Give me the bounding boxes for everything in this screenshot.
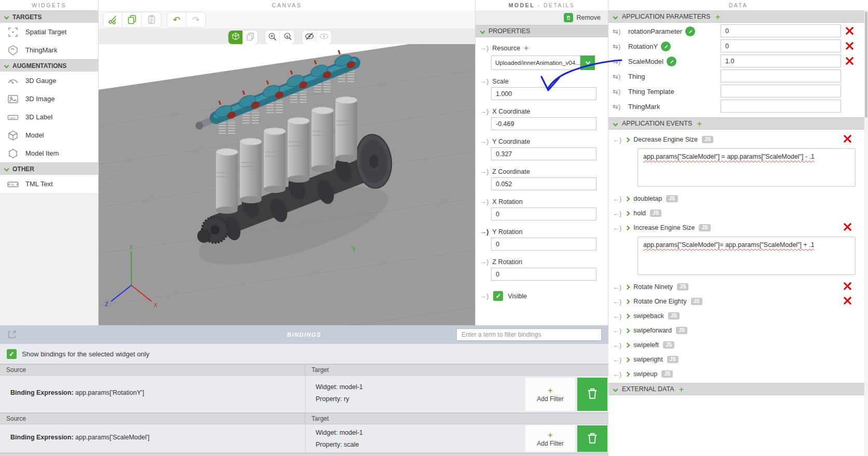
zoom-button[interactable] xyxy=(265,31,280,44)
add-filter-button[interactable]: + Add Filter xyxy=(525,378,575,411)
3d-viewport[interactable]: Y Z X xyxy=(99,44,475,325)
application-events-header[interactable]: APPLICATION EVENTS + xyxy=(608,117,868,130)
param-name[interactable]: RotationY xyxy=(628,43,658,50)
chevron-right-icon[interactable] xyxy=(625,371,630,377)
chevron-right-icon[interactable] xyxy=(625,342,630,348)
event-name[interactable]: swipeback xyxy=(633,312,663,320)
param-value-input[interactable] xyxy=(721,39,841,52)
remove-widget-button[interactable]: Remove xyxy=(476,10,608,25)
y-coordinate-input[interactable] xyxy=(491,147,596,160)
y-rotation-label-row: →) Y Rotation xyxy=(480,228,608,236)
add-event-icon[interactable]: + xyxy=(697,119,702,128)
event-name[interactable]: swiperight xyxy=(633,356,662,363)
data-panel-scrollbar[interactable] xyxy=(864,10,868,456)
x-rotation-input[interactable] xyxy=(491,208,596,220)
paste-button[interactable] xyxy=(142,12,161,27)
param-value-input[interactable] xyxy=(721,85,841,98)
param-name[interactable]: ThingMark xyxy=(628,103,660,110)
sidebar-item-model-item[interactable]: Model Item xyxy=(0,144,98,162)
binding-row-scalemodel[interactable]: Binding Expression: app.params['ScaleMod… xyxy=(0,424,608,453)
x-coordinate-input[interactable] xyxy=(491,117,596,130)
param-value-input[interactable] xyxy=(721,100,841,113)
event-name[interactable]: swipeup xyxy=(633,370,657,378)
event-name[interactable]: Increase Engine Size xyxy=(633,224,695,231)
show-button[interactable] xyxy=(317,31,331,44)
chevron-right-icon[interactable] xyxy=(625,299,630,304)
resource-dropdown-button[interactable] xyxy=(580,56,595,70)
sidebar-item-tml-text[interactable]: TML TML Text xyxy=(0,175,98,193)
delete-parameter-icon[interactable] xyxy=(845,57,854,65)
sidebar-section-augmentations[interactable]: AUGMENTATIONS xyxy=(0,59,98,72)
sidebar-section-targets[interactable]: TARGETS xyxy=(0,10,98,23)
delete-event-icon[interactable] xyxy=(843,223,852,231)
copy-button[interactable] xyxy=(123,12,142,27)
event-name[interactable]: Rotate Ninety xyxy=(633,283,673,291)
delete-binding-button[interactable] xyxy=(577,425,607,452)
delete-parameter-icon[interactable] xyxy=(845,26,854,35)
event-name[interactable]: doubletap xyxy=(633,195,662,202)
chevron-right-icon[interactable] xyxy=(625,211,630,216)
show-bindings-row: Show bindings for the selected widget on… xyxy=(0,344,608,364)
add-parameter-icon[interactable]: + xyxy=(715,12,720,21)
y-rotation-input[interactable] xyxy=(491,238,596,251)
sidebar-item-3d-image[interactable]: 3D Image xyxy=(0,90,98,108)
z-coordinate-input[interactable] xyxy=(491,177,596,190)
event-name[interactable]: swipeforward xyxy=(633,327,672,334)
event-name[interactable]: Decrease Engine Size xyxy=(633,136,698,143)
sidebar-item-3d-gauge[interactable]: 3D Gauge xyxy=(0,72,98,90)
event-name[interactable]: hold xyxy=(633,210,646,217)
sidebar-section-other[interactable]: OTHER xyxy=(0,162,98,175)
chevron-right-icon[interactable] xyxy=(625,357,630,362)
cut-button[interactable] xyxy=(103,12,123,27)
undo-button[interactable]: ↶ xyxy=(167,12,186,27)
edit-pencil-icon[interactable] xyxy=(661,42,671,51)
param-value-input[interactable] xyxy=(721,24,841,37)
event-code-editor[interactable]: app.params["ScaleModel"]= app.params["Sc… xyxy=(638,237,856,275)
event-name[interactable]: swipeleft xyxy=(633,341,659,349)
sidebar-item-3d-label[interactable]: LABEL 3D Label xyxy=(0,108,98,126)
add-filter-button[interactable]: + Add Filter xyxy=(525,425,575,452)
show-bindings-checkbox[interactable] xyxy=(7,349,17,359)
external-data-header[interactable]: EXTERNAL DATA + xyxy=(608,383,868,395)
bindings-filter-input[interactable] xyxy=(456,328,602,341)
hide-button[interactable] xyxy=(302,31,317,44)
param-name[interactable]: ScaleModel xyxy=(628,58,663,65)
visible-checkbox[interactable] xyxy=(493,291,503,301)
view-2d-button[interactable] xyxy=(243,31,257,44)
param-value-input[interactable] xyxy=(721,70,841,82)
sidebar-item-model[interactable]: Model xyxy=(0,126,98,144)
zoom-select-button[interactable] xyxy=(280,31,294,44)
event-code-editor[interactable]: app.params["ScaleModel"] = app.params["S… xyxy=(638,148,856,187)
view-3d-button[interactable] xyxy=(228,31,243,44)
binding-row-rotationy[interactable]: Binding Expression: app.params['Rotation… xyxy=(0,376,608,413)
chevron-right-icon[interactable] xyxy=(625,313,630,319)
properties-header[interactable]: PROPERTIES xyxy=(476,25,608,37)
sidebar-item-spatial-target[interactable]: Spatial Target xyxy=(0,23,98,41)
z-coordinate-label-row: →) Z Coordinate xyxy=(480,168,608,175)
redo-button[interactable]: ↷ xyxy=(186,12,206,27)
scale-input[interactable] xyxy=(491,87,596,100)
resource-value[interactable]: Uploaded/innerAnimation_v04... xyxy=(491,56,580,70)
sidebar-item-thingmark[interactable]: ThingMark xyxy=(0,41,98,59)
application-parameters-header[interactable]: APPLICATION PARAMETERS + xyxy=(608,10,868,23)
chevron-right-icon[interactable] xyxy=(625,196,630,201)
chevron-right-icon[interactable] xyxy=(625,225,630,230)
delete-event-icon[interactable] xyxy=(843,296,852,305)
delete-parameter-icon[interactable] xyxy=(845,42,854,50)
chevron-right-icon[interactable] xyxy=(625,137,630,142)
delete-event-icon[interactable] xyxy=(843,282,852,291)
add-external-data-icon[interactable]: + xyxy=(679,385,684,394)
add-resource-icon[interactable]: + xyxy=(524,44,529,52)
z-rotation-input[interactable] xyxy=(491,268,596,281)
param-name[interactable]: Thing xyxy=(628,73,645,80)
delete-event-icon[interactable] xyxy=(843,134,852,143)
delete-binding-button[interactable] xyxy=(577,378,607,411)
edit-pencil-icon[interactable] xyxy=(685,26,695,36)
chevron-right-icon[interactable] xyxy=(625,328,630,333)
chevron-right-icon[interactable] xyxy=(625,284,630,289)
event-name[interactable]: Rotate One Eighty xyxy=(633,298,686,305)
param-value-input[interactable] xyxy=(721,54,841,67)
param-name[interactable]: rotationParameter xyxy=(628,27,682,35)
edit-pencil-icon[interactable] xyxy=(667,57,676,66)
param-name[interactable]: Thing Template xyxy=(628,88,674,95)
